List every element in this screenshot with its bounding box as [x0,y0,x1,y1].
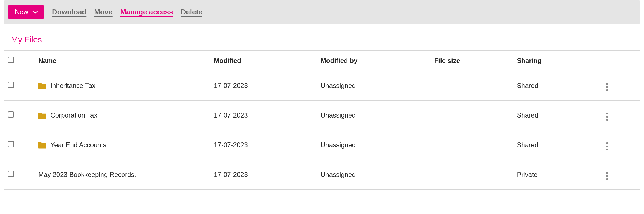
header-sharing[interactable]: Sharing [517,51,596,71]
row-name-cell: Corporation Tax [38,101,214,130]
more-vertical-icon[interactable] [605,170,610,182]
row-name-cell: Inheritance Tax [38,71,214,101]
row-modified: 17-07-2023 [214,71,321,101]
row-file-size [434,101,517,130]
row-checkbox-cell [4,101,38,130]
row-name-label: May 2023 Bookkeeping Records. [38,171,136,179]
row-modified: 17-07-2023 [214,130,321,160]
folder-icon [38,82,46,89]
row-file-size [434,130,517,160]
row-sharing: Shared [517,130,596,160]
row-actions-cell [596,101,640,130]
table-row: Inheritance Tax17-07-2023UnassignedShare… [4,71,640,101]
row-checkbox-cell [4,130,38,160]
delete-link[interactable]: Delete [181,8,202,16]
row-sharing: Shared [517,101,596,130]
row-modified-by: Unassigned [321,101,434,130]
select-all-checkbox[interactable] [8,57,14,63]
page-title: My Files [11,35,644,44]
table-header-row: Name Modified Modified by File size Shar… [4,51,640,71]
header-name[interactable]: Name [38,51,214,71]
move-link[interactable]: Move [94,8,112,16]
row-name-cell: May 2023 Bookkeeping Records. [38,160,214,190]
header-checkbox-cell [4,51,38,71]
more-vertical-icon[interactable] [605,111,610,122]
row-actions-cell [596,130,640,160]
new-button[interactable]: New [8,5,44,19]
row-name-wrap[interactable]: Year End Accounts [38,141,211,149]
toolbar: New Download Move Manage access Delete [4,0,640,24]
table-row: Corporation Tax17-07-2023UnassignedShare… [4,101,640,130]
row-modified-by: Unassigned [321,160,434,190]
folder-icon [38,112,46,119]
manage-access-link[interactable]: Manage access [120,8,173,16]
row-modified: 17-07-2023 [214,160,321,190]
row-modified-by: Unassigned [321,130,434,160]
row-sharing: Shared [517,71,596,101]
row-modified-by: Unassigned [321,71,434,101]
row-sharing: Private [517,160,596,190]
row-actions-cell [596,160,640,190]
table-row: Year End Accounts17-07-2023UnassignedSha… [4,130,640,160]
row-checkbox[interactable] [8,111,14,118]
new-button-label: New [15,8,28,16]
row-modified: 17-07-2023 [214,101,321,130]
folder-icon [38,141,46,149]
row-name-wrap[interactable]: Corporation Tax [38,111,211,119]
header-file-size[interactable]: File size [434,51,517,71]
row-name-wrap[interactable]: May 2023 Bookkeeping Records. [38,171,211,179]
header-actions [596,51,640,71]
header-modified-by[interactable]: Modified by [321,51,434,71]
row-name-label: Inheritance Tax [50,82,95,90]
table-row: May 2023 Bookkeeping Records.17-07-2023U… [4,160,640,190]
row-name-cell: Year End Accounts [38,130,214,160]
download-link[interactable]: Download [52,8,86,16]
row-checkbox-cell [4,160,38,190]
row-checkbox[interactable] [8,82,14,88]
header-modified[interactable]: Modified [214,51,321,71]
row-checkbox[interactable] [8,141,14,147]
row-file-size [434,160,517,190]
row-checkbox[interactable] [8,171,14,177]
more-vertical-icon[interactable] [605,81,610,93]
file-table: Name Modified Modified by File size Shar… [4,50,640,190]
row-checkbox-cell [4,71,38,101]
row-name-wrap[interactable]: Inheritance Tax [38,82,211,90]
row-file-size [434,71,517,101]
row-name-label: Year End Accounts [50,141,106,149]
row-actions-cell [596,71,640,101]
chevron-down-icon [32,8,38,16]
row-name-label: Corporation Tax [50,111,97,119]
more-vertical-icon[interactable] [605,141,610,152]
